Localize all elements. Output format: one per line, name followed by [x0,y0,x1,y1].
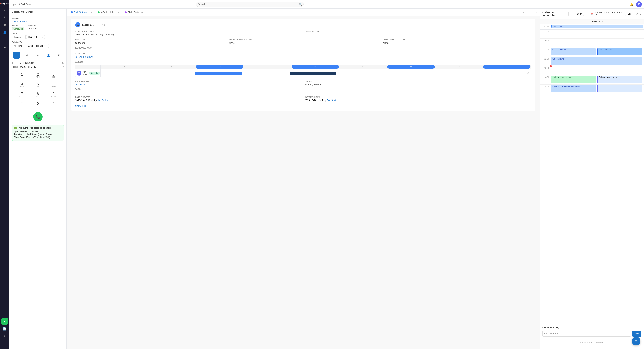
nav-menu[interactable]: ☰ [2,37,8,43]
assigned-value[interactable]: Jen Smith [75,83,302,86]
dial-key-7[interactable]: 7PQRS [15,91,30,99]
show-less-btn[interactable]: Show less [75,105,86,107]
cal-time-content: Invite to a tradeshowFollow-up on propos… [551,75,644,84]
tab-chris-raffle[interactable]: Chris Raffle ✕ [122,10,145,15]
cal-settings-icon[interactable]: ⚙ [639,13,642,15]
guest-tag: Chris Raffle ✕ ▾ [26,35,45,39]
nav-active-status[interactable]: ● [2,318,8,324]
settings-btn[interactable]: ⚙ [56,52,62,59]
expand-icon[interactable]: ⤡ [521,11,524,14]
calendar-event[interactable]: Follow-up on proposal [598,76,642,83]
tab-close-x-sell[interactable]: ✕ [118,11,120,13]
cal-time-label: 13:00 [540,66,551,75]
account-value[interactable]: X-Sell Holdings [75,55,531,59]
nav-help[interactable]: ? [2,333,8,340]
close-icon[interactable]: × [535,11,538,14]
content-area: Upsert® Call Center Subject Call: Outbou… [9,9,644,349]
dial-key-3[interactable]: 3DEF [46,71,61,80]
tab-label-call-outbound: Call: Outbound [74,11,89,14]
date-created-by-text: by [94,99,97,102]
validation-location: Location: United States (United States) [14,133,62,136]
calendar-header-row: 8910111213141516 [75,65,531,69]
date-created-by[interactable]: Jen Smith [98,99,108,102]
guest-name: Jen Smith [82,71,88,76]
nav-more[interactable]: ⋮ [2,341,8,347]
related-tag: X-Sell Holdings ✕ ▾ [26,44,49,48]
dial-key-1[interactable]: 1 [15,71,30,80]
dial-key-8[interactable]: 8TUV [30,91,45,99]
all-day-event[interactable]: Call: Outbound [552,25,643,28]
search-input[interactable] [196,2,304,7]
calendar-event[interactable]: Call: Inbound [551,57,642,65]
dial-key-2[interactable]: 2ABC [30,71,45,80]
dial-key-alpha: MNO [52,86,56,88]
dial-key-0[interactable]: 0+ [30,100,45,109]
cal-date-cell: 12 [292,65,339,69]
user-avatar[interactable]: JR [636,2,642,7]
dial-key-5[interactable]: 5JKL [30,81,45,89]
cal-time-content [551,30,644,39]
dial-key-4[interactable]: 4GHI [15,81,30,89]
cal-time-content: Call: Inbound [551,57,644,66]
subject-field: Subject Call: Outbound [12,17,64,23]
contacts-btn[interactable]: 👤 [45,52,52,59]
call-title-row: 📞 Call: Outbound [75,22,531,27]
history-btn[interactable]: ⊙ [24,52,30,59]
related-remove-icon[interactable]: ✕ [44,45,46,47]
nav-add[interactable]: + [2,14,8,21]
guests-section: Guests 8910111213141516 JS Jen Smith A [75,61,531,77]
related-type-select[interactable]: Account [12,44,26,48]
cal-date-text: Wednesday, 2023, October 18 [594,11,624,17]
from-dropdown-btn[interactable]: ▾ [62,66,64,68]
minimize-icon[interactable]: − [531,11,534,14]
fab-button[interactable]: ≡ [632,337,640,345]
nav-home[interactable]: ⌂ [2,7,8,13]
cal-view-select[interactable]: Day Week Month [625,12,638,16]
comment-log-title: Comment Log [542,326,642,329]
validation-title-text: This number appears to be valid. [18,127,51,129]
tab-call-outbound[interactable]: Call: Outbound ✕ [69,10,95,15]
dialpad-btn[interactable]: ⠿ [13,52,20,59]
subject-value[interactable]: Call: Outbound [12,20,64,23]
tab-close-chris-raffle[interactable]: ✕ [141,11,143,13]
bell-icon[interactable]: 🔔 [629,2,635,7]
validation-timezone-label: Time Zone: [14,136,26,139]
tab-close-call-outbound[interactable]: ✕ [91,11,92,13]
fullscreen-icon[interactable]: ⛶ [526,11,530,14]
nav-person[interactable]: 👤 [2,29,8,36]
cal-time-content [551,39,644,48]
dial-key-9[interactable]: 9WXYZ [46,91,61,99]
nav-chart[interactable]: ▦ [2,22,8,28]
related-chevron-icon[interactable]: ▾ [46,45,47,47]
window-controls: ⤡ ⛶ − × [521,11,538,14]
date-modified-value: 2023-10-18 12:49 [304,99,323,102]
tab-x-sell-holdings[interactable]: X-Sell Holdings ✕ [96,10,122,15]
nav-star[interactable]: ✦ [2,44,8,51]
comment-input[interactable] [542,331,631,336]
dial-key-*[interactable]: * [15,100,30,109]
cal-today-btn[interactable]: Today [574,12,584,16]
guest-remove-icon[interactable]: ✕ [40,36,42,38]
to-clear-icon[interactable]: ⊗ [62,62,64,64]
calendar-event[interactable]: Call: Outbound [598,48,642,55]
call-button[interactable]: 📞 [33,112,42,121]
nav-doc[interactable]: 📄 [2,326,8,332]
add-comment-btn[interactable]: Add [632,331,642,336]
dial-key-num: 9 [53,92,55,96]
tab-dot-x-sell [98,11,100,13]
cal-prev-btn[interactable]: ‹ [568,12,573,16]
dial-key-alpha: JKL [36,86,40,88]
eye-icon[interactable]: 👁 [526,72,531,75]
calendar-event[interactable]: Discuss business requirements [551,85,596,92]
date-modified-by[interactable]: Jen Smith [327,99,337,102]
calendar-event[interactable]: Invite to a tradeshow [551,76,596,83]
guest-chevron-icon[interactable]: ▾ [42,36,43,38]
cal-next-btn[interactable]: › [585,12,589,16]
guest-type-select[interactable]: Contact [12,35,26,39]
email-btn[interactable]: ✉ [34,52,41,59]
dial-key-#[interactable]: # [46,100,61,109]
calendar-event[interactable] [598,85,642,92]
calendar-event[interactable]: Call: Outbound [551,48,596,55]
dial-key-alpha: PQRS [20,96,25,98]
dial-key-6[interactable]: 6MNO [46,81,61,89]
